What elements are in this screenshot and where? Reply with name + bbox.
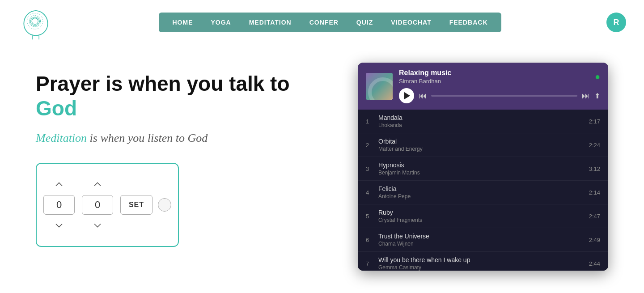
track-details: Orbital Matter and Energy [378, 138, 584, 152]
track-name: Trust the Universe [378, 233, 584, 240]
main-content: Prayer is when you talk to God Meditatio… [0, 45, 644, 280]
track-duration: 2:24 [589, 142, 600, 149]
timer-up-row: SET [43, 177, 171, 233]
timer-widget: SET [36, 163, 179, 247]
nav-yoga[interactable]: YOGA [202, 13, 240, 32]
track-artist: Simran Bardhan [399, 78, 451, 85]
track-sub: Gemma Casimaty [378, 264, 584, 271]
track-name: Orbital [378, 138, 584, 145]
track-num: 3 [366, 166, 373, 172]
nav-feedback[interactable]: FEEDBACK [441, 13, 497, 32]
svg-point-1 [30, 16, 41, 27]
playlist-item[interactable]: 7 Will you be there when I wake up Gemma… [358, 252, 608, 271]
increment-minutes-button[interactable] [90, 177, 105, 191]
track-details: Ruby Crystal Fragments [378, 209, 584, 223]
logo-area [18, 4, 54, 40]
track-details: Will you be there when I wake up Gemma C… [378, 256, 584, 271]
track-sub: Matter and Energy [378, 146, 584, 152]
track-num: 4 [366, 189, 373, 196]
share-button[interactable]: ⬆ [594, 92, 600, 100]
spotify-icon: ● [595, 72, 600, 82]
logo-icon [18, 4, 54, 40]
nav-quiz[interactable]: QUIZ [347, 13, 382, 32]
track-sub: Crystal Fragments [378, 217, 584, 223]
prev-button[interactable]: ⏮ [419, 91, 427, 101]
set-button[interactable]: SET [120, 195, 153, 215]
set-row: SET [120, 195, 171, 215]
track-duration: 2:14 [589, 189, 600, 196]
next-button[interactable]: ⏭ [582, 91, 590, 101]
hours-input[interactable] [43, 195, 75, 215]
headline: Prayer is when you talk to God [36, 72, 331, 121]
svg-point-0 [32, 18, 38, 24]
track-num: 1 [366, 118, 373, 125]
nav-confer[interactable]: CONFER [301, 13, 347, 32]
minutes-input[interactable] [82, 195, 113, 215]
track-sub: Benjamin Martins [378, 170, 584, 176]
track-sub: Lhokanda [378, 122, 584, 128]
track-num: 2 [366, 142, 373, 149]
track-num: 5 [366, 213, 373, 220]
track-sub: Antoine Pepe [378, 193, 584, 200]
music-player: Relaxing music Simran Bardhan ● ⏮ ⏭ ⬆ [358, 63, 608, 271]
subheadline-meditation: Meditation [36, 132, 87, 144]
track-details: Mandala Lhokanda [378, 114, 584, 128]
track-duration: 2:17 [589, 118, 600, 125]
playlist-item[interactable]: 2 Orbital Matter and Energy 2:24 [358, 133, 608, 157]
track-info: Relaxing music Simran Bardhan [399, 69, 451, 85]
track-details: Trust the Universe Chama Wijnen [378, 233, 584, 247]
controls-progress-row: ⏮ ⏭ ⬆ [399, 88, 600, 103]
subheadline-rest: is when you listen to God [87, 132, 208, 144]
header: HOME YOGA MEDITATION CONFER QUIZ VIDEOCH… [0, 0, 644, 45]
play-icon [404, 92, 410, 99]
play-button[interactable] [399, 88, 414, 103]
track-sub: Chama Wijnen [378, 241, 584, 247]
subheadline: Meditation is when you listen to God [36, 132, 331, 145]
decrement-hours-button[interactable] [52, 218, 66, 233]
album-art-canvas [366, 73, 393, 100]
nav-videochat[interactable]: VIDEOCHAT [382, 13, 440, 32]
track-duration: 2:49 [589, 237, 600, 243]
timer-col-1 [43, 177, 75, 233]
track-title: Relaxing music [399, 69, 451, 77]
playlist-item[interactable]: 1 Mandala Lhokanda 2:17 [358, 110, 608, 133]
playlist-item[interactable]: 6 Trust the Universe Chama Wijnen 2:49 [358, 228, 608, 252]
headline-text: Prayer is when you talk to [36, 72, 290, 95]
headline-god: God [36, 97, 77, 120]
track-duration: 3:12 [589, 166, 600, 172]
header-right: Relaxing music Simran Bardhan ● ⏮ ⏭ ⬆ [399, 69, 600, 103]
album-art [366, 73, 393, 100]
player-header: Relaxing music Simran Bardhan ● ⏮ ⏭ ⬆ [358, 63, 608, 110]
playlist-item[interactable]: 3 Hypnosis Benjamin Martins 3:12 [358, 157, 608, 181]
user-avatar[interactable]: R [606, 13, 626, 32]
nav-meditation[interactable]: MEDITATION [240, 13, 301, 32]
title-spotify-row: Relaxing music Simran Bardhan ● [399, 69, 600, 85]
track-name: Ruby [378, 209, 584, 216]
progress-bar[interactable] [431, 95, 577, 97]
track-details: Felicia Antoine Pepe [378, 185, 584, 200]
track-name: Hypnosis [378, 161, 584, 169]
decrement-minutes-button[interactable] [90, 218, 105, 233]
track-name: Will you be there when I wake up [378, 256, 584, 263]
track-duration: 2:44 [589, 260, 600, 267]
track-num: 7 [366, 260, 373, 267]
playlist-item[interactable]: 5 Ruby Crystal Fragments 2:47 [358, 204, 608, 228]
track-duration: 2:47 [589, 213, 600, 220]
timer-col-2 [82, 177, 113, 233]
nav-home[interactable]: HOME [163, 13, 202, 32]
playlist: 1 Mandala Lhokanda 2:17 2 Orbital Matter… [358, 110, 608, 271]
main-nav: HOME YOGA MEDITATION CONFER QUIZ VIDEOCH… [159, 13, 501, 32]
track-name: Mandala [378, 114, 584, 121]
increment-hours-button[interactable] [52, 177, 66, 191]
timer-indicator [158, 198, 171, 212]
left-section: Prayer is when you talk to God Meditatio… [36, 63, 331, 247]
track-num: 6 [366, 237, 373, 243]
track-name: Felicia [378, 185, 584, 192]
track-details: Hypnosis Benjamin Martins [378, 161, 584, 176]
playlist-item[interactable]: 4 Felicia Antoine Pepe 2:14 [358, 181, 608, 204]
